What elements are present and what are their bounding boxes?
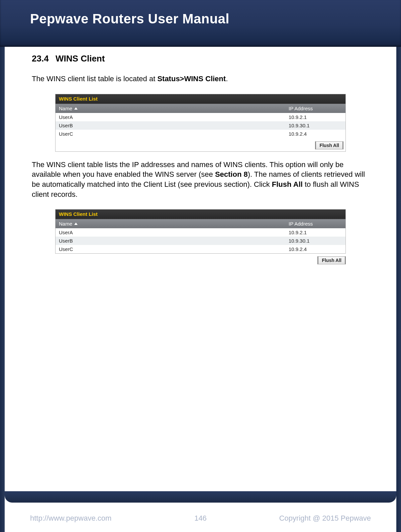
table-row: UserA 10.9.2.1 [56,113,345,121]
intro-paragraph: The WINS client list table is located at… [32,74,369,84]
sort-ascending-icon [74,223,78,225]
footer-copyright: Copyright @ 2015 Pepwave [279,514,371,523]
wins-client-block-2: WINS Client List Name IP Address UserA 1… [32,209,369,264]
wins-client-table-1: WINS Client List Name IP Address UserA 1… [55,94,346,152]
column-header-ip[interactable]: IP Address [285,104,345,113]
cell-name: UserA [56,228,285,237]
cell-ip: 10.9.30.1 [285,237,345,245]
cell-name: UserB [56,121,285,130]
sort-ascending-icon [74,107,78,110]
column-header-ip[interactable]: IP Address [285,219,345,228]
cell-ip: 10.9.2.1 [285,113,345,121]
description-paragraph: The WINS client table lists the IP addre… [32,160,369,200]
section-number: 23.4 [32,53,49,64]
footer-url: http://www.pepwave.com [30,514,111,523]
cell-name: UserC [56,130,285,138]
flush-all-button[interactable]: Flush All [315,141,343,149]
cell-ip: 10.9.2.1 [285,228,345,237]
intro-text-after: . [226,75,228,83]
table-row: UserB 10.9.30.1 [56,237,345,245]
table-header-row: Name IP Address [56,104,345,113]
flush-all-button[interactable]: Flush All [317,256,346,264]
page-border-right [396,0,401,532]
table-footer: Flush All [56,138,345,151]
column-header-name[interactable]: Name [56,104,285,113]
content-area: 23.4 WINS Client The WINS client list ta… [32,53,369,264]
cell-ip: 10.9.2.4 [285,245,345,253]
intro-text-before: The WINS client list table is located at [32,75,157,83]
table-footer-outer: Flush All [55,256,346,264]
cell-name: UserB [56,237,285,245]
header-band: Pepwave Routers User Manual [0,0,401,47]
column-header-name-label: Name [59,221,72,227]
table-title: WINS Client List [59,96,98,102]
cell-ip: 10.9.30.1 [285,121,345,130]
table-row: UserB 10.9.30.1 [56,121,345,130]
intro-bold: Status>WINS Client [157,75,226,83]
table-header-row: Name IP Address [56,219,345,228]
table-row: UserC 10.9.2.4 [56,245,345,253]
column-header-name-label: Name [59,106,72,111]
section-heading: 23.4 WINS Client [32,53,369,64]
footer-page-number: 146 [194,514,207,523]
table-title-bar: WINS Client List [56,210,345,219]
cell-name: UserC [56,245,285,253]
page-border-left [0,0,5,532]
table-title-bar: WINS Client List [56,94,345,104]
document-title: Pepwave Routers User Manual [30,11,229,26]
column-header-name[interactable]: Name [56,219,285,228]
cell-ip: 10.9.2.4 [285,130,345,138]
page-footer: http://www.pepwave.com 146 Copyright @ 2… [0,495,401,532]
table-row: UserA 10.9.2.1 [56,228,345,237]
table-title: WINS Client List [59,211,98,217]
cell-name: UserA [56,113,285,121]
para2-b2: Flush All [272,180,303,188]
footer-cap [5,491,396,503]
footer-text-row: http://www.pepwave.com 146 Copyright @ 2… [30,514,371,523]
para2-b1: Section 8 [215,170,248,178]
wins-client-table-2: WINS Client List Name IP Address UserA 1… [55,209,346,254]
section-title: WINS Client [56,53,105,63]
table-row: UserC 10.9.2.4 [56,130,345,138]
